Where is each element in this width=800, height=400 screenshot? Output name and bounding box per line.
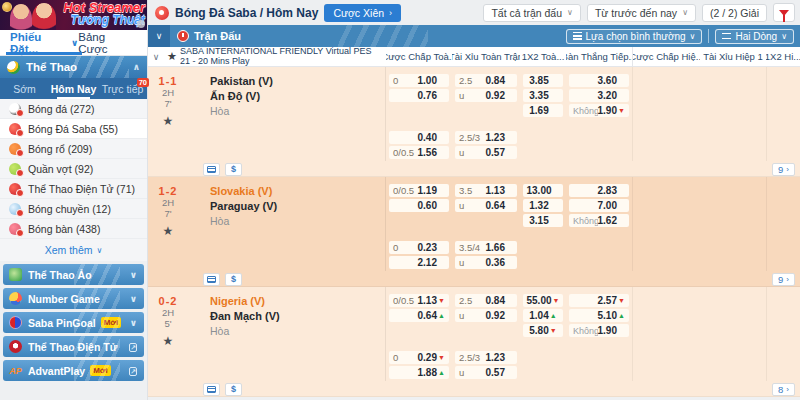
more-markets-button[interactable] (203, 383, 220, 396)
all-matches-dropdown[interactable]: Tất cả trận đấu ∨ (483, 4, 580, 22)
parlay-button[interactable]: Cược Xiên › (324, 4, 401, 22)
tab-bet-list[interactable]: Bảng Cược (78, 31, 133, 55)
extra-markets-count-button[interactable]: 9› (772, 163, 795, 176)
favorite-match-star-icon[interactable]: ★ (148, 224, 188, 238)
odds-cell-handicap2-home[interactable]: 00.29▼ (389, 351, 449, 364)
sidebar-section-saba-pingoal[interactable]: Saba PinGoal Mới ∨ (3, 312, 144, 333)
odds-cell-1x2-home[interactable]: 3.85 (523, 74, 563, 87)
sidebar: Hot Streamer Tưởng Thuật Phiếu Đặt... ∨ … (0, 0, 148, 400)
odds-cell-ft-under[interactable]: u0.92 (455, 89, 517, 102)
odds-cell-next-goal-away[interactable]: 3.20 (569, 89, 629, 102)
extra-markets-count-button[interactable]: 8› (772, 383, 795, 396)
odds-cell-handicap2-away[interactable]: 0/0.51.56 (389, 146, 449, 159)
markets-list-icon (207, 166, 216, 173)
odds-cell-1x2-away[interactable]: 1.04▲ (523, 309, 563, 322)
odds-cell-1x2-away[interactable]: 3.35 (523, 89, 563, 102)
main-area: Bóng Đá Saba / Hôm Nay Cược Xiên › Tất c… (148, 0, 800, 400)
chevron-up-icon: ∧ (133, 62, 140, 72)
odds-cell-ft-under[interactable]: u0.64 (455, 199, 517, 212)
favorite-match-star-icon[interactable]: ★ (148, 114, 188, 128)
odds-cell-overunder2-over[interactable]: 2.5/31.23 (455, 351, 517, 364)
lines-mode-dropdown[interactable]: Hai Dòng ∨ (715, 29, 794, 44)
volleyball-icon (9, 203, 21, 215)
odds-cell-overunder2-under[interactable]: u0.36 (455, 256, 517, 269)
chevron-down-icon: ∨ (130, 318, 137, 328)
league-header: ∨ ★ SABA INTERNATIONAL FRIENDLY Virtual … (148, 47, 800, 67)
tab-bet-slip[interactable]: Phiếu Đặt... ∨ (10, 30, 78, 55)
odds-cell-handicap2-away[interactable]: 2.12 (389, 256, 449, 269)
sidebar-item-table-tennis[interactable]: Bóng bàn (438) (0, 219, 147, 239)
odds-cell-ft-handicap-away[interactable]: 0.60 (389, 199, 449, 212)
odds-cell-next-goal-home[interactable]: 2.83 (569, 184, 629, 197)
sidebar-section-esports[interactable]: Thể Thao Điện Tử ↗ (3, 336, 144, 357)
odds-cell-ft-handicap-away[interactable]: 0.64▲ (389, 309, 449, 322)
odds-cell-next-goal-away[interactable]: 5.10▲ (569, 309, 629, 322)
more-markets-button[interactable] (203, 163, 220, 176)
collapse-league-icon[interactable]: ∨ (148, 52, 164, 62)
sidebar-section-virtual-sports[interactable]: Thể Thao Ảo ∨ (3, 264, 144, 285)
odds-cell-next-goal-none[interactable]: Không ...1.62 (569, 214, 629, 227)
tab-live[interactable]: Trực tiếp 70 (98, 78, 147, 99)
sidebar-section-advantplay[interactable]: AP AdvantPlay Mới ↗ (3, 360, 144, 381)
odds-cell-1x2-draw[interactable]: 1.69 (523, 104, 563, 117)
match-row: 1-1 2H 7' ★ Pakistan (V) Ấn Độ (V) Hòa (148, 67, 800, 177)
odds-cell-overunder2-over[interactable]: 2.5/31.23 (455, 131, 517, 144)
favorite-match-star-icon[interactable]: ★ (148, 334, 188, 348)
two-lines-icon (722, 33, 731, 39)
quick-bet-button[interactable]: $ (225, 163, 242, 176)
odds-cell-next-goal-home[interactable]: 2.57▼ (569, 294, 629, 307)
sports-tabs: Sớm Hôm Nay Trực tiếp 70 (0, 78, 147, 99)
sports-section-header[interactable]: Thể Thao ∧ (0, 56, 147, 78)
show-more-link[interactable]: Xem thêm ∨ (0, 239, 147, 261)
odds-cell-ft-handicap-away[interactable]: 0.76 (389, 89, 449, 102)
match-section-title: Trận Đấu (194, 30, 241, 42)
odds-cell-handicap2-home[interactable]: 0.40 (389, 131, 449, 144)
soccer-ball-icon (7, 61, 20, 74)
chevron-down-icon: ∨ (130, 294, 137, 304)
odds-cell-overunder2-over[interactable]: 3.5/41.66 (455, 241, 517, 254)
odds-cell-1x2-draw[interactable]: 3.15 (523, 214, 563, 227)
match-score: 1-2 (148, 185, 188, 197)
odds-cell-ft-handicap-home[interactable]: 0/0.51.13▼ (389, 294, 449, 307)
odds-cell-next-goal-none[interactable]: Không ...1.90▼ (569, 104, 629, 117)
odds-cell-handicap2-home[interactable]: 00.23 (389, 241, 449, 254)
quick-bet-button[interactable]: $ (225, 383, 242, 396)
league-filter-button[interactable] (773, 3, 795, 22)
time-filter-dropdown[interactable]: Từ trước đến nay ∨ (587, 4, 696, 22)
sidebar-item-saba-soccer[interactable]: Bóng Đá Saba (55) (0, 119, 147, 139)
quick-bet-button[interactable]: $ (225, 273, 242, 286)
tab-early[interactable]: Sớm (0, 78, 49, 99)
odds-cell-next-goal-away[interactable]: 7.00 (569, 199, 629, 212)
new-badge: Mới (101, 317, 122, 328)
more-markets-button[interactable] (203, 273, 220, 286)
odds-cell-1x2-away[interactable]: 1.32 (523, 199, 563, 212)
odds-cell-ft-handicap-home[interactable]: 0/0.51.19 (389, 184, 449, 197)
odds-cell-1x2-home[interactable]: 55.00▼ (523, 294, 563, 307)
league-count-button[interactable]: (2 / 2) Giải (702, 4, 767, 22)
odds-cell-1x2-home[interactable]: 13.00 (523, 184, 563, 197)
sidebar-item-basketball[interactable]: Bóng rổ (209) (0, 139, 147, 159)
odds-cell-ft-handicap-home[interactable]: 01.00 (389, 74, 449, 87)
sidebar-item-tennis[interactable]: Quần vợt (92) (0, 159, 147, 179)
sidebar-item-esports[interactable]: Thể Thao Điện Tử (71) (0, 179, 147, 199)
odds-cell-next-goal-home[interactable]: 3.60 (569, 74, 629, 87)
extra-markets-count-button[interactable]: 9› (772, 273, 795, 286)
odds-cell-ft-over[interactable]: 2.50.84 (455, 74, 517, 87)
odds-cell-overunder2-under[interactable]: u0.57 (455, 146, 517, 159)
odds-cell-handicap2-away[interactable]: 1.88▲ (389, 366, 449, 379)
odds-cell-ft-under[interactable]: u0.92 (455, 309, 517, 322)
sidebar-item-volleyball[interactable]: Bóng chuyền (12) (0, 199, 147, 219)
tab-today[interactable]: Hôm Nay (49, 78, 98, 99)
display-mode-dropdown[interactable]: Lựa chọn bình thường ∨ (566, 29, 703, 44)
odds-cell-overunder2-under[interactable]: u0.57 (455, 366, 517, 379)
sidebar-item-soccer[interactable]: Bóng đá (272) (0, 99, 147, 119)
odds-cell-ft-over[interactable]: 2.50.84 (455, 294, 517, 307)
favorite-league-star-icon[interactable]: ★ (164, 50, 180, 63)
odds-cell-ft-over[interactable]: 3.51.13 (455, 184, 517, 197)
odds-cell-1x2-draw[interactable]: 5.80▼ (523, 324, 563, 337)
promo-banner[interactable]: Hot Streamer Tưởng Thuật (0, 0, 147, 30)
sidebar-section-number-game[interactable]: Number Game ∨ (3, 288, 144, 309)
collapse-all-button[interactable]: ∨ (148, 25, 170, 47)
odds-cell-next-goal-none[interactable]: Không ...1.90 (569, 324, 629, 337)
chevron-down-icon: ∨ (130, 270, 137, 280)
